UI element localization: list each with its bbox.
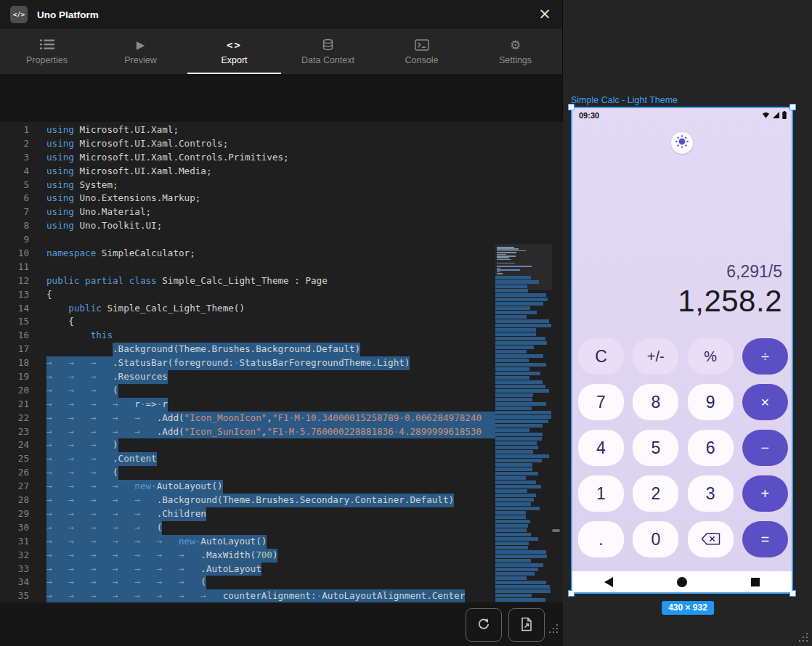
code-line[interactable]: 8using Uno.Toolkit.UI;: [0, 219, 495, 233]
code-line[interactable]: 31→ → → → → → new·AutoLayout(): [0, 535, 495, 549]
tab-label: Properties: [26, 55, 68, 65]
code-line[interactable]: 15 {: [0, 315, 495, 329]
code-line[interactable]: 23→ → → → → .Add("Icon_SunIcon","F1·M·5.…: [0, 425, 495, 439]
code-line[interactable]: 6using Uno.Extensions.Markup;: [0, 192, 495, 205]
status-icons: [762, 111, 787, 119]
key-9[interactable]: 9: [688, 384, 734, 420]
code-line[interactable]: 13{: [0, 288, 495, 302]
code-line[interactable]: 25→ → → .Content: [0, 452, 495, 466]
code-line[interactable]: 1using Microsoft.UI.Xaml;: [0, 123, 495, 137]
key-equals[interactable]: =: [742, 521, 788, 557]
tab-export[interactable]: <>Export: [187, 29, 281, 74]
code-line[interactable]: 20→ → → (: [0, 384, 495, 398]
code-editor[interactable]: 1using Microsoft.UI.Xaml;2using Microsof…: [0, 122, 563, 602]
code-line[interactable]: 10namespace SimpleCalculator;: [0, 247, 495, 261]
code-line[interactable]: 4using Microsoft.UI.Xaml.Media;: [0, 165, 495, 179]
key-6[interactable]: 6: [688, 430, 734, 466]
battery-icon: [782, 111, 787, 119]
refresh-button[interactable]: [466, 608, 502, 642]
minimap[interactable]: [495, 244, 552, 602]
preview-icon: ▶: [137, 38, 145, 52]
key-minus[interactable]: −: [742, 430, 788, 466]
key-4[interactable]: 4: [578, 430, 624, 466]
code-line[interactable]: 28→ → → → → .Background(Theme.Brushes.Se…: [0, 494, 495, 507]
tab-settings[interactable]: ⚙Settings: [468, 29, 562, 74]
nav-home-button[interactable]: [646, 577, 719, 587]
key-2[interactable]: 2: [633, 475, 678, 512]
key-1[interactable]: 1: [578, 475, 624, 512]
code-line[interactable]: 21→ → → → r·=>·r: [0, 398, 495, 412]
key-8[interactable]: 8: [633, 384, 678, 420]
key-clear[interactable]: C: [578, 338, 624, 375]
code-line[interactable]: 30→ → → → → (: [0, 521, 495, 535]
key-backspace[interactable]: [688, 521, 734, 557]
wifi-icon: [762, 111, 770, 119]
code-line[interactable]: 35→ → → → → → → → counterAlignment:·Auto…: [0, 589, 495, 602]
line-number: 14: [0, 302, 29, 316]
key-5[interactable]: 5: [633, 430, 678, 466]
line-number: 10: [0, 247, 29, 261]
code-line[interactable]: 34→ → → → → → → (: [0, 576, 495, 589]
line-number: 32: [0, 549, 29, 563]
code-line[interactable]: 9: [0, 233, 495, 247]
code-line[interactable]: 16 this: [0, 329, 495, 343]
key-3[interactable]: 3: [688, 475, 734, 512]
line-number: 31: [0, 535, 29, 549]
key-divide[interactable]: ÷: [742, 338, 788, 375]
code-line[interactable]: 14 public Simple_Calc_Light_Theme(): [0, 302, 495, 316]
code-line[interactable]: 32→ → → → → → → .MaxWidth(700): [0, 549, 495, 563]
code-line[interactable]: 27→ → → → new·AutoLayout(): [0, 480, 495, 494]
tab-data-context[interactable]: Data Context: [281, 29, 375, 74]
tab-label: Preview: [124, 55, 156, 65]
code-line[interactable]: 2using Microsoft.UI.Xaml.Controls;: [0, 137, 495, 151]
export-file-button[interactable]: [508, 608, 545, 642]
display-result: 1,258.2: [678, 282, 782, 320]
key-plus-minus[interactable]: +/-: [633, 338, 678, 375]
scrollbar-thumb[interactable]: [552, 529, 560, 532]
tab-bar: Properties▶Preview<>ExportData ContextCo…: [0, 29, 562, 74]
nav-recents-button[interactable]: [718, 578, 792, 586]
recents-icon: [751, 578, 760, 586]
code-line[interactable]: 5using System;: [0, 179, 495, 192]
sun-icon: [675, 134, 689, 152]
artboard-label[interactable]: Simple Calc - Light Theme: [571, 95, 678, 105]
canvas-resize-grip[interactable]: [796, 630, 811, 645]
panel-resize-grip[interactable]: [546, 621, 561, 636]
key-0[interactable]: 0: [633, 521, 678, 557]
code-line[interactable]: 19→ → → .Resources: [0, 370, 495, 384]
tab-properties[interactable]: Properties: [0, 29, 94, 74]
line-number: 27: [0, 480, 29, 494]
key-7[interactable]: 7: [578, 384, 624, 420]
code-line[interactable]: 12public partial class Simple_Calc_Light…: [0, 274, 495, 288]
key-decimal[interactable]: .: [578, 521, 624, 557]
line-number: 4: [0, 165, 29, 179]
theme-toggle-button[interactable]: [671, 132, 693, 154]
artboard-size-badge: 430 × 932: [662, 601, 714, 615]
key-multiply[interactable]: ×: [742, 384, 788, 420]
calculator-display: 6,291/5 1,258.2: [678, 261, 782, 320]
close-icon[interactable]: ×: [536, 6, 553, 23]
code-line[interactable]: 24→ → → ): [0, 438, 495, 452]
key-plus[interactable]: +: [742, 475, 788, 512]
code-line[interactable]: 33→ → → → → → → .AutoLayout: [0, 563, 495, 576]
line-number: 34: [0, 576, 29, 589]
code-line[interactable]: 3using Microsoft.UI.Xaml.Controls.Primit…: [0, 151, 495, 165]
code-line[interactable]: 26→ → → (: [0, 466, 495, 480]
android-nav-bar: [572, 571, 792, 592]
code-line[interactable]: 11: [0, 261, 495, 274]
key-percent[interactable]: %: [688, 338, 734, 375]
code-line[interactable]: 7using Uno.Material;: [0, 205, 495, 219]
code-line[interactable]: 22→ → → → → .Add("Icon_MoonIcon","F1·M·1…: [0, 412, 495, 425]
tab-preview[interactable]: ▶Preview: [94, 29, 187, 74]
code-line[interactable]: 17 .Background(Theme.Brushes.Background.…: [0, 343, 495, 356]
nav-back-button[interactable]: [572, 577, 646, 587]
tab-label: Export: [221, 55, 247, 65]
phone-artboard[interactable]: 09:30: [571, 107, 793, 594]
tab-console[interactable]: Console: [375, 29, 468, 74]
line-number: 2: [0, 137, 29, 151]
line-number: 26: [0, 466, 29, 480]
line-number: 29: [0, 507, 29, 521]
code-line[interactable]: 18→ → → .StatusBar(foreground:·StatusBar…: [0, 356, 495, 370]
code-line[interactable]: 29→ → → → → .Children: [0, 507, 495, 521]
line-number: 1: [0, 123, 29, 137]
